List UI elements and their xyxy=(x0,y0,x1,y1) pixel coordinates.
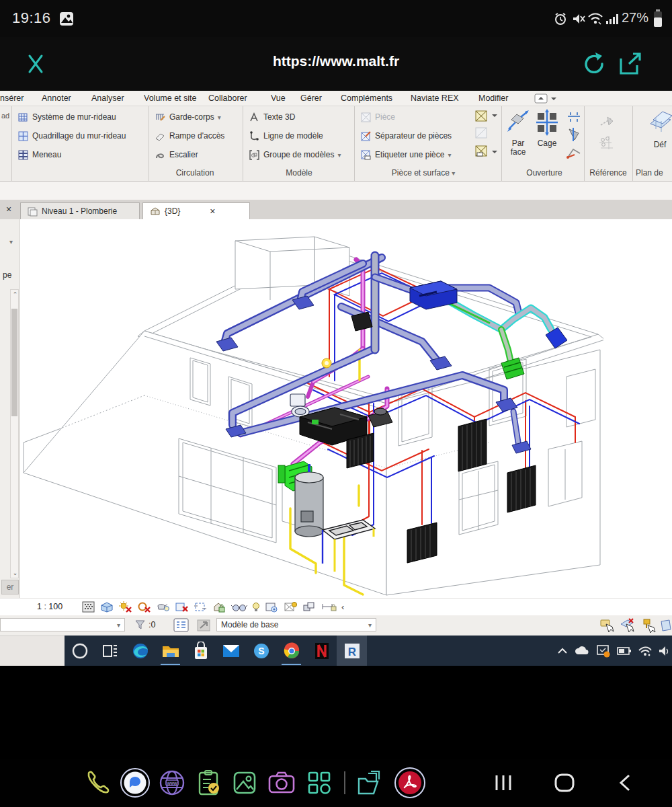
store-icon[interactable] xyxy=(185,636,216,666)
sun-path-off-icon[interactable] xyxy=(118,601,133,613)
tab-collaborer[interactable]: Collaborer xyxy=(208,93,247,103)
btn-separateur-pieces[interactable]: Séparateur de pièces xyxy=(360,129,452,143)
scroll-up-icon[interactable]: ⌃ xyxy=(11,291,19,298)
refresh-icon[interactable] xyxy=(579,49,609,79)
cortana-icon[interactable] xyxy=(65,636,95,666)
panel-label-modele[interactable]: Modèle xyxy=(265,168,333,178)
btn-quadrillage-mur-rideau[interactable]: Quadrillage du mur-rideau xyxy=(17,129,126,143)
panel-label-reference[interactable]: Référence xyxy=(586,168,630,178)
btn-par-face[interactable]: Par face xyxy=(505,109,531,157)
view-tab-plan[interactable]: Niveau 1 - Plomberie xyxy=(20,202,140,219)
url-text[interactable]: https://www.malt.fr xyxy=(0,53,672,69)
btn-escalier[interactable]: Escalier xyxy=(155,148,198,161)
close-view-icon[interactable]: × xyxy=(6,204,11,214)
btn-ligne-modele[interactable]: Ligne de modèle xyxy=(249,129,323,143)
temporary-hide-isolate-icon[interactable] xyxy=(231,601,247,613)
tab-volume[interactable]: Volume et site xyxy=(144,93,197,103)
model-viewport[interactable] xyxy=(0,219,672,598)
hidden-icons-chevron[interactable] xyxy=(557,646,568,656)
select-elements-icon[interactable] xyxy=(660,617,672,633)
filter-icon[interactable] xyxy=(134,619,146,631)
speaker-icon[interactable] xyxy=(659,645,669,657)
panel-label-circulation[interactable]: Circulation xyxy=(161,168,228,178)
gallery-icon[interactable] xyxy=(230,768,259,798)
dormer-opening-icon[interactable] xyxy=(565,145,583,160)
select-pinned-icon[interactable] xyxy=(640,617,657,633)
btn-definir-plan[interactable]: Déf xyxy=(646,109,672,149)
visual-style-icon[interactable] xyxy=(99,601,114,613)
design-option-combo[interactable]: Modèle de base▾ xyxy=(216,618,376,631)
btn-cage[interactable]: Cage xyxy=(536,109,558,148)
camera-icon[interactable] xyxy=(266,768,297,798)
mail-icon[interactable] xyxy=(216,636,246,666)
panel-label-piece[interactable]: Pièce et surface ▾ xyxy=(376,168,470,178)
select-underlay-icon[interactable] xyxy=(620,617,637,633)
scroll-down-icon[interactable]: ⌄ xyxy=(11,570,19,576)
scrollbar[interactable]: ⌃ ⌄ xyxy=(10,289,19,578)
temporary-view-properties-icon[interactable] xyxy=(265,601,280,613)
tab-modifier[interactable]: Modifier xyxy=(478,93,508,103)
scroll-thumb[interactable] xyxy=(11,309,17,416)
revit-icon[interactable]: R xyxy=(337,636,367,666)
btn-groupe-modeles[interactable]: Groupe de modèles▾ xyxy=(249,148,341,161)
crop-off-icon[interactable] xyxy=(175,601,190,613)
btn-rampe-acces[interactable]: Rampe d'accès xyxy=(155,129,224,143)
phone-icon[interactable] xyxy=(82,768,112,798)
select-links-icon[interactable] xyxy=(599,617,617,633)
network-icon[interactable] xyxy=(638,645,653,657)
tab-analyser[interactable]: Analyser xyxy=(91,93,124,103)
internet-icon[interactable]: www xyxy=(157,768,187,798)
skype-icon[interactable]: S xyxy=(246,636,276,666)
back-icon[interactable] xyxy=(616,771,634,794)
surface-tag-icon[interactable] xyxy=(474,145,499,159)
netflix-icon[interactable] xyxy=(306,636,337,666)
acrobat-icon[interactable] xyxy=(394,767,426,799)
tab-vue[interactable]: Vue xyxy=(271,93,286,103)
btn-meneau[interactable]: Meneau xyxy=(17,148,61,161)
analytical-model-icon[interactable] xyxy=(284,601,298,613)
locked-view-icon[interactable] xyxy=(212,601,227,613)
recents-icon[interactable] xyxy=(493,771,513,794)
tab-inserer[interactable]: nsérer xyxy=(0,93,24,103)
onedrive-icon[interactable] xyxy=(574,646,590,656)
tab-complements[interactable]: Compléments xyxy=(341,93,392,103)
explorer-icon[interactable] xyxy=(155,636,185,666)
shadows-off-icon[interactable] xyxy=(137,601,152,613)
tab-gerer[interactable]: Gérer xyxy=(300,93,322,103)
taskview-icon[interactable] xyxy=(95,636,125,666)
wall-opening-icon[interactable] xyxy=(565,110,583,124)
surface-icon[interactable] xyxy=(474,110,499,122)
edge-icon[interactable] xyxy=(125,636,155,666)
panel-label-plan[interactable]: Plan de xyxy=(636,168,672,178)
bottom-button-fragment[interactable]: er xyxy=(1,580,19,594)
crop-region-icon[interactable] xyxy=(194,601,208,613)
ribbon-collapse-icon[interactable] xyxy=(534,93,561,104)
reveal-constraints-icon[interactable] xyxy=(321,601,337,613)
rendering-dialog-icon[interactable] xyxy=(156,601,171,613)
home-icon[interactable] xyxy=(552,771,577,794)
status-combo-empty[interactable]: ▾ xyxy=(0,618,125,631)
chrome-icon[interactable] xyxy=(276,636,306,666)
type-selector-chevron[interactable]: ▾ xyxy=(9,238,13,245)
design-options-icon[interactable] xyxy=(173,618,190,633)
expand-left-icon[interactable]: ‹ xyxy=(341,602,344,612)
displacement-sets-icon[interactable] xyxy=(302,601,317,613)
btn-systeme-mur-rideau[interactable]: Système de mur-rideau xyxy=(17,110,116,124)
apps-icon[interactable] xyxy=(305,769,333,797)
open-external-icon[interactable] xyxy=(617,50,645,77)
files-icon[interactable] xyxy=(355,768,386,798)
detail-level-icon[interactable] xyxy=(82,601,95,613)
btn-garde-corps[interactable]: Garde-corps▾ xyxy=(155,110,221,124)
btn-texte-3d[interactable]: Texte 3D xyxy=(249,110,295,124)
tab-naviate[interactable]: Naviate REX xyxy=(411,93,459,103)
display-notification-icon[interactable] xyxy=(596,644,611,658)
messages-icon[interactable] xyxy=(120,767,151,798)
view-tab-3d[interactable]: {3D} × xyxy=(142,202,250,219)
notes-icon[interactable] xyxy=(194,768,223,798)
btn-etiqueter-piece[interactable]: Etiqueter une pièce▾ xyxy=(360,148,451,161)
tab-annoter[interactable]: Annoter xyxy=(42,93,71,103)
scale-control[interactable]: 1 : 100 xyxy=(37,602,62,611)
vertical-opening-icon[interactable] xyxy=(565,126,583,143)
reveal-hidden-icon[interactable] xyxy=(251,601,261,613)
panel-label-ouverture[interactable]: Ouverture xyxy=(511,168,578,178)
